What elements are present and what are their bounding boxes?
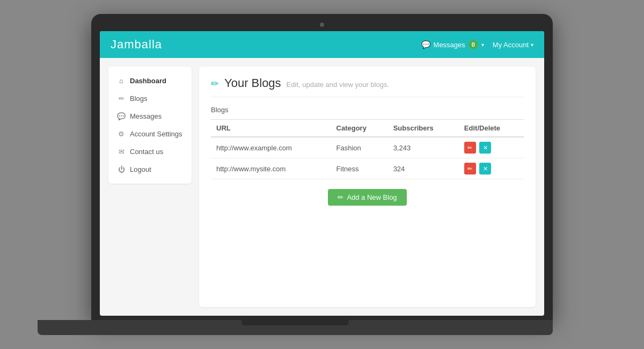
sidebar-item-account-settings[interactable]: ⚙ Account Settings xyxy=(108,125,192,143)
sidebar-item-blogs[interactable]: ✏ Blogs xyxy=(108,90,192,107)
app-logo: Jamballa xyxy=(111,38,162,52)
sidebar-label-account-settings: Account Settings xyxy=(130,130,182,138)
page-title-icon: ✏ xyxy=(211,78,219,90)
page-subtitle: Edit, update and view your blogs. xyxy=(287,81,390,89)
sidebar-label-blogs: Blogs xyxy=(130,94,148,103)
cell-url: http://www.mysite.com xyxy=(211,158,331,179)
cell-subscribers: 3,243 xyxy=(388,137,459,158)
cell-actions: ✏ ✕ xyxy=(459,158,524,179)
cell-url: http://www.example.com xyxy=(211,137,331,158)
delete-button[interactable]: ✕ xyxy=(479,163,491,174)
edit-button[interactable]: ✏ xyxy=(464,163,476,174)
cell-category: Fitness xyxy=(331,158,388,179)
sidebar-label-contact-us: Contact us xyxy=(130,148,163,156)
table-row: http://www.example.com Fashion 3,243 ✏ ✕ xyxy=(211,137,524,158)
sidebar-label-logout: Logout xyxy=(130,165,151,173)
messages-label: Messages xyxy=(434,41,465,49)
sidebar: ⌂ Dashboard ✏ Blogs 💬 Messages ⚙ xyxy=(108,67,192,184)
sidebar-item-logout[interactable]: ⏻ Logout xyxy=(108,161,192,178)
messages-badge: 0 xyxy=(469,40,478,49)
gear-icon: ⚙ xyxy=(117,130,126,138)
envelope-icon: ✉ xyxy=(117,148,126,156)
edit-button[interactable]: ✏ xyxy=(464,142,476,154)
account-label: My Account xyxy=(493,41,529,49)
account-menu[interactable]: My Account ▾ xyxy=(493,41,533,49)
col-subscribers: Subscribers xyxy=(388,120,459,137)
page-title-row: ✏ Your Blogs Edit, update and view your … xyxy=(211,76,524,97)
col-edit-delete: Edit/Delete xyxy=(459,120,524,137)
table-row: http://www.mysite.com Fitness 324 ✏ ✕ xyxy=(211,158,524,179)
logout-icon: ⏻ xyxy=(117,165,126,173)
add-blog-button[interactable]: ✏ Add a New Blog xyxy=(328,189,406,206)
sidebar-label-dashboard: Dashboard xyxy=(130,77,166,85)
add-blog-label: Add a New Blog xyxy=(347,193,397,201)
camera xyxy=(320,23,324,27)
delete-button[interactable]: ✕ xyxy=(479,142,491,154)
sidebar-item-dashboard[interactable]: ⌂ Dashboard xyxy=(108,72,192,90)
sidebar-item-messages[interactable]: 💬 Messages xyxy=(108,107,192,125)
content-area: ✏ Your Blogs Edit, update and view your … xyxy=(199,67,536,307)
cell-category: Fashion xyxy=(331,137,388,158)
cell-subscribers: 324 xyxy=(388,158,459,179)
pencil-icon: ✏ xyxy=(117,94,126,103)
blogs-table: URL Category Subscribers Edit/Delete htt… xyxy=(211,119,524,179)
col-url: URL xyxy=(211,120,331,137)
chevron-down-icon: ▾ xyxy=(481,42,484,48)
page-title: Your Blogs xyxy=(224,76,281,90)
header: Jamballa 💬 Messages 0 ▾ My Account ▾ xyxy=(100,31,544,58)
sidebar-label-messages: Messages xyxy=(130,112,162,120)
col-category: Category xyxy=(331,120,388,137)
chat-icon: 💬 xyxy=(117,112,126,120)
messages-icon: 💬 xyxy=(421,40,430,49)
home-icon: ⌂ xyxy=(117,77,126,85)
add-blog-icon: ✏ xyxy=(338,193,343,201)
messages-menu[interactable]: 💬 Messages 0 ▾ xyxy=(421,40,484,49)
header-right: 💬 Messages 0 ▾ My Account ▾ xyxy=(421,40,533,49)
cell-actions: ✏ ✕ xyxy=(459,137,524,158)
section-label: Blogs xyxy=(211,106,524,114)
account-chevron-icon: ▾ xyxy=(531,42,533,48)
main-layout: ⌂ Dashboard ✏ Blogs 💬 Messages ⚙ xyxy=(100,58,544,316)
add-blog-row: ✏ Add a New Blog xyxy=(211,189,524,206)
sidebar-item-contact-us[interactable]: ✉ Contact us xyxy=(108,143,192,161)
